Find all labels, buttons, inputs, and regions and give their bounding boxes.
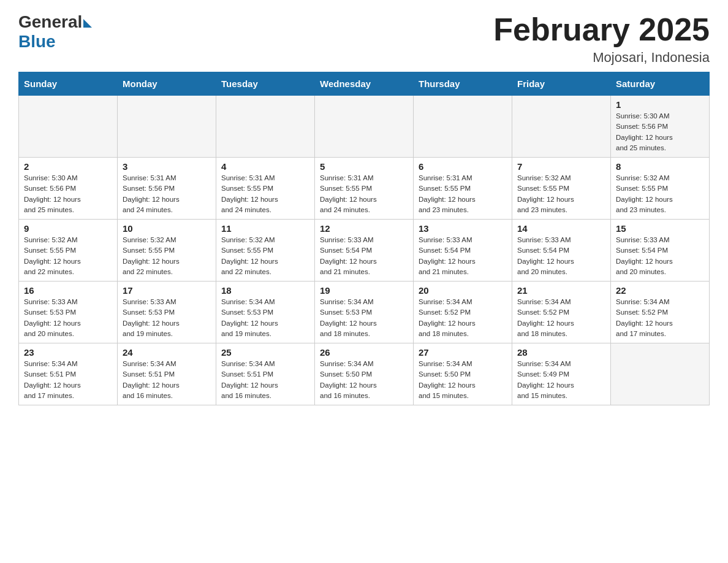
- day-number: 4: [221, 161, 309, 172]
- day-info: Sunrise: 5:30 AM Sunset: 5:56 PM Dayligh…: [616, 111, 704, 153]
- calendar-cell: [19, 96, 118, 158]
- day-info: Sunrise: 5:33 AM Sunset: 5:54 PM Dayligh…: [419, 235, 507, 277]
- title-block: February 2025 Mojosari, Indonesia: [493, 12, 710, 66]
- calendar-week-2: 2Sunrise: 5:30 AM Sunset: 5:56 PM Daylig…: [19, 158, 710, 220]
- day-header-thursday: Thursday: [414, 72, 512, 96]
- day-number: 19: [320, 285, 408, 296]
- calendar-header-row: SundayMondayTuesdayWednesdayThursdayFrid…: [19, 72, 710, 96]
- calendar-table: SundayMondayTuesdayWednesdayThursdayFrid…: [18, 72, 710, 405]
- calendar-cell: 3Sunrise: 5:31 AM Sunset: 5:56 PM Daylig…: [118, 158, 216, 220]
- day-number: 15: [616, 223, 704, 234]
- day-header-tuesday: Tuesday: [216, 72, 315, 96]
- calendar-cell: 6Sunrise: 5:31 AM Sunset: 5:55 PM Daylig…: [414, 158, 512, 220]
- calendar-cell: 9Sunrise: 5:32 AM Sunset: 5:55 PM Daylig…: [19, 220, 118, 282]
- day-number: 25: [221, 347, 309, 358]
- calendar-cell: 8Sunrise: 5:32 AM Sunset: 5:55 PM Daylig…: [611, 158, 710, 220]
- calendar-cell: 18Sunrise: 5:34 AM Sunset: 5:53 PM Dayli…: [216, 282, 315, 343]
- day-number: 10: [123, 223, 211, 234]
- page-header: General Blue February 2025 Mojosari, Ind…: [18, 12, 710, 66]
- day-info: Sunrise: 5:32 AM Sunset: 5:55 PM Dayligh…: [517, 173, 605, 215]
- day-info: Sunrise: 5:33 AM Sunset: 5:53 PM Dayligh…: [24, 297, 112, 339]
- day-info: Sunrise: 5:33 AM Sunset: 5:53 PM Dayligh…: [123, 297, 211, 339]
- day-number: 23: [24, 347, 112, 358]
- calendar-cell: [315, 96, 414, 158]
- calendar-cell: [414, 96, 512, 158]
- day-number: 7: [517, 161, 605, 172]
- calendar-cell: 28Sunrise: 5:34 AM Sunset: 5:49 PM Dayli…: [512, 343, 611, 405]
- day-number: 9: [24, 223, 112, 234]
- day-number: 20: [419, 285, 507, 296]
- location: Mojosari, Indonesia: [493, 50, 710, 66]
- day-header-sunday: Sunday: [19, 72, 118, 96]
- calendar-cell: 22Sunrise: 5:34 AM Sunset: 5:52 PM Dayli…: [611, 282, 710, 343]
- day-number: 6: [419, 161, 507, 172]
- day-number: 21: [517, 285, 605, 296]
- month-title: February 2025: [493, 12, 710, 47]
- logo-blue-text: Blue: [18, 32, 56, 51]
- calendar-cell: 11Sunrise: 5:32 AM Sunset: 5:55 PM Dayli…: [216, 220, 315, 282]
- day-header-friday: Friday: [512, 72, 611, 96]
- day-info: Sunrise: 5:30 AM Sunset: 5:56 PM Dayligh…: [24, 173, 112, 215]
- day-info: Sunrise: 5:32 AM Sunset: 5:55 PM Dayligh…: [616, 173, 704, 215]
- day-info: Sunrise: 5:33 AM Sunset: 5:54 PM Dayligh…: [616, 235, 704, 277]
- calendar-cell: 13Sunrise: 5:33 AM Sunset: 5:54 PM Dayli…: [414, 220, 512, 282]
- calendar-cell: 19Sunrise: 5:34 AM Sunset: 5:53 PM Dayli…: [315, 282, 414, 343]
- day-number: 17: [123, 285, 211, 296]
- day-number: 1: [616, 99, 704, 110]
- day-info: Sunrise: 5:32 AM Sunset: 5:55 PM Dayligh…: [123, 235, 211, 277]
- calendar-cell: 7Sunrise: 5:32 AM Sunset: 5:55 PM Daylig…: [512, 158, 611, 220]
- day-number: 26: [320, 347, 408, 358]
- day-header-saturday: Saturday: [611, 72, 710, 96]
- logo-general-text: General: [18, 12, 82, 32]
- calendar-cell: 12Sunrise: 5:33 AM Sunset: 5:54 PM Dayli…: [315, 220, 414, 282]
- day-info: Sunrise: 5:33 AM Sunset: 5:54 PM Dayligh…: [517, 235, 605, 277]
- day-info: Sunrise: 5:34 AM Sunset: 5:49 PM Dayligh…: [517, 359, 605, 401]
- day-info: Sunrise: 5:31 AM Sunset: 5:55 PM Dayligh…: [419, 173, 507, 215]
- day-number: 14: [517, 223, 605, 234]
- calendar-cell: [216, 96, 315, 158]
- calendar-cell: 23Sunrise: 5:34 AM Sunset: 5:51 PM Dayli…: [19, 343, 118, 405]
- calendar-cell: 15Sunrise: 5:33 AM Sunset: 5:54 PM Dayli…: [611, 220, 710, 282]
- day-number: 22: [616, 285, 704, 296]
- day-number: 3: [123, 161, 211, 172]
- calendar-cell: 10Sunrise: 5:32 AM Sunset: 5:55 PM Dayli…: [118, 220, 216, 282]
- day-number: 13: [419, 223, 507, 234]
- day-info: Sunrise: 5:34 AM Sunset: 5:52 PM Dayligh…: [419, 297, 507, 339]
- day-number: 2: [24, 161, 112, 172]
- calendar-cell: 24Sunrise: 5:34 AM Sunset: 5:51 PM Dayli…: [118, 343, 216, 405]
- day-number: 24: [123, 347, 211, 358]
- day-number: 27: [419, 347, 507, 358]
- day-info: Sunrise: 5:34 AM Sunset: 5:53 PM Dayligh…: [221, 297, 309, 339]
- day-info: Sunrise: 5:31 AM Sunset: 5:55 PM Dayligh…: [320, 173, 408, 215]
- calendar-cell: 21Sunrise: 5:34 AM Sunset: 5:52 PM Dayli…: [512, 282, 611, 343]
- day-number: 12: [320, 223, 408, 234]
- day-info: Sunrise: 5:34 AM Sunset: 5:51 PM Dayligh…: [221, 359, 309, 401]
- day-header-wednesday: Wednesday: [315, 72, 414, 96]
- day-info: Sunrise: 5:34 AM Sunset: 5:53 PM Dayligh…: [320, 297, 408, 339]
- day-info: Sunrise: 5:32 AM Sunset: 5:55 PM Dayligh…: [24, 235, 112, 277]
- day-number: 5: [320, 161, 408, 172]
- day-info: Sunrise: 5:31 AM Sunset: 5:55 PM Dayligh…: [221, 173, 309, 215]
- day-info: Sunrise: 5:34 AM Sunset: 5:51 PM Dayligh…: [24, 359, 112, 401]
- calendar-cell: [512, 96, 611, 158]
- calendar-week-1: 1Sunrise: 5:30 AM Sunset: 5:56 PM Daylig…: [19, 96, 710, 158]
- day-info: Sunrise: 5:34 AM Sunset: 5:51 PM Dayligh…: [123, 359, 211, 401]
- day-info: Sunrise: 5:33 AM Sunset: 5:54 PM Dayligh…: [320, 235, 408, 277]
- day-info: Sunrise: 5:34 AM Sunset: 5:52 PM Dayligh…: [616, 297, 704, 339]
- calendar-cell: 16Sunrise: 5:33 AM Sunset: 5:53 PM Dayli…: [19, 282, 118, 343]
- day-number: 16: [24, 285, 112, 296]
- calendar-week-5: 23Sunrise: 5:34 AM Sunset: 5:51 PM Dayli…: [19, 343, 710, 405]
- day-header-monday: Monday: [118, 72, 216, 96]
- day-number: 11: [221, 223, 309, 234]
- day-number: 28: [517, 347, 605, 358]
- day-info: Sunrise: 5:34 AM Sunset: 5:50 PM Dayligh…: [419, 359, 507, 401]
- logo-arrow-icon: [83, 19, 92, 28]
- calendar-cell: [118, 96, 216, 158]
- day-number: 8: [616, 161, 704, 172]
- calendar-week-3: 9Sunrise: 5:32 AM Sunset: 5:55 PM Daylig…: [19, 220, 710, 282]
- calendar-week-4: 16Sunrise: 5:33 AM Sunset: 5:53 PM Dayli…: [19, 282, 710, 343]
- calendar-cell: 26Sunrise: 5:34 AM Sunset: 5:50 PM Dayli…: [315, 343, 414, 405]
- day-number: 18: [221, 285, 309, 296]
- day-info: Sunrise: 5:34 AM Sunset: 5:52 PM Dayligh…: [517, 297, 605, 339]
- calendar-cell: 2Sunrise: 5:30 AM Sunset: 5:56 PM Daylig…: [19, 158, 118, 220]
